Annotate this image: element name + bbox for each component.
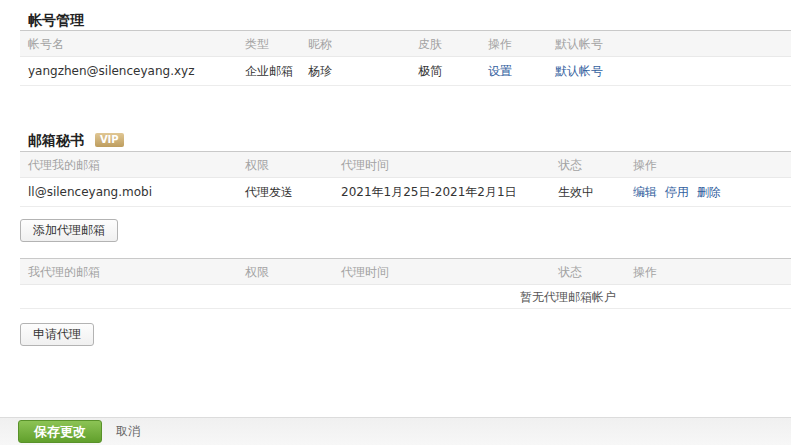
col-account-name: 帐号名 bbox=[20, 31, 237, 56]
col-actions: 操作 bbox=[480, 31, 547, 56]
col-status: 状态 bbox=[550, 259, 625, 284]
delegate-actions: 编辑 停用 删除 bbox=[625, 178, 791, 206]
col-mailboxes-i-delegate: 我代理的邮箱 bbox=[20, 259, 237, 284]
col-default-account: 默认帐号 bbox=[547, 31, 791, 56]
col-delegate-my-mailbox: 代理我的邮箱 bbox=[20, 152, 237, 177]
col-operation: 操作 bbox=[625, 152, 791, 177]
delete-link[interactable]: 删除 bbox=[697, 185, 721, 199]
account-table-row: yangzhen@silenceyang.xyz 企业邮箱 杨珍 极简 设置 默… bbox=[20, 57, 791, 86]
vip-badge: VIP bbox=[95, 133, 124, 147]
delegated-to-me-header: 代理我的邮箱 权限 代理时间 状态 操作 bbox=[20, 152, 791, 178]
default-account-link[interactable]: 默认帐号 bbox=[555, 64, 603, 78]
account-email: yangzhen@silenceyang.xyz bbox=[20, 57, 237, 85]
delegated-by-me-header: 我代理的邮箱 权限 代理时间 状态 操作 bbox=[20, 259, 791, 285]
account-skin: 极简 bbox=[410, 57, 480, 85]
cancel-link[interactable]: 取消 bbox=[116, 423, 140, 440]
col-nickname: 昵称 bbox=[300, 31, 410, 56]
account-type: 企业邮箱 bbox=[237, 57, 300, 85]
empty-delegate-text: 暂无代理邮箱帐户 bbox=[20, 290, 616, 304]
delegate-period: 2021年1月25日-2021年2月1日 bbox=[333, 178, 550, 206]
col-type: 类型 bbox=[237, 31, 300, 56]
delegated-to-me-row: ll@silenceyang.mobi 代理发送 2021年1月25日-2021… bbox=[20, 178, 791, 207]
col-skin: 皮肤 bbox=[410, 31, 480, 56]
edit-link[interactable]: 编辑 bbox=[633, 185, 657, 199]
delegate-email: ll@silenceyang.mobi bbox=[20, 178, 237, 206]
account-table-header: 帐号名 类型 昵称 皮肤 操作 默认帐号 bbox=[20, 31, 791, 57]
col-operation: 操作 bbox=[625, 259, 791, 284]
add-delegate-mailbox-button[interactable]: 添加代理邮箱 bbox=[20, 219, 118, 242]
account-table: 帐号名 类型 昵称 皮肤 操作 默认帐号 yangzhen@silenceyan… bbox=[20, 30, 791, 86]
delegated-by-me-table: 我代理的邮箱 权限 代理时间 状态 操作 暂无代理邮箱帐户 bbox=[20, 258, 791, 309]
delegate-permission: 代理发送 bbox=[237, 178, 333, 206]
save-changes-button[interactable]: 保存更改 bbox=[18, 420, 102, 443]
col-delegate-period: 代理时间 bbox=[333, 259, 550, 284]
footer-action-bar: 保存更改 取消 bbox=[0, 417, 791, 445]
account-nickname: 杨珍 bbox=[300, 57, 410, 85]
mail-secretary-title-text: 邮箱秘书 bbox=[28, 132, 84, 148]
apply-delegate-button[interactable]: 申请代理 bbox=[20, 323, 94, 346]
delegate-status: 生效中 bbox=[550, 178, 625, 206]
delegated-to-me-table: 代理我的邮箱 权限 代理时间 状态 操作 ll@silenceyang.mobi… bbox=[20, 151, 791, 207]
settings-content: 帐号管理 帐号名 类型 昵称 皮肤 操作 默认帐号 yangzhen@silen… bbox=[0, 0, 791, 346]
mail-secretary-title: 邮箱秘书 VIP bbox=[28, 132, 791, 148]
settings-link[interactable]: 设置 bbox=[488, 64, 512, 78]
col-status: 状态 bbox=[550, 152, 625, 177]
account-management-title: 帐号管理 bbox=[28, 12, 791, 28]
col-permission: 权限 bbox=[237, 259, 333, 284]
col-permission: 权限 bbox=[237, 152, 333, 177]
empty-delegate-row: 暂无代理邮箱帐户 bbox=[20, 285, 791, 309]
disable-link[interactable]: 停用 bbox=[665, 185, 689, 199]
col-delegate-period: 代理时间 bbox=[333, 152, 550, 177]
